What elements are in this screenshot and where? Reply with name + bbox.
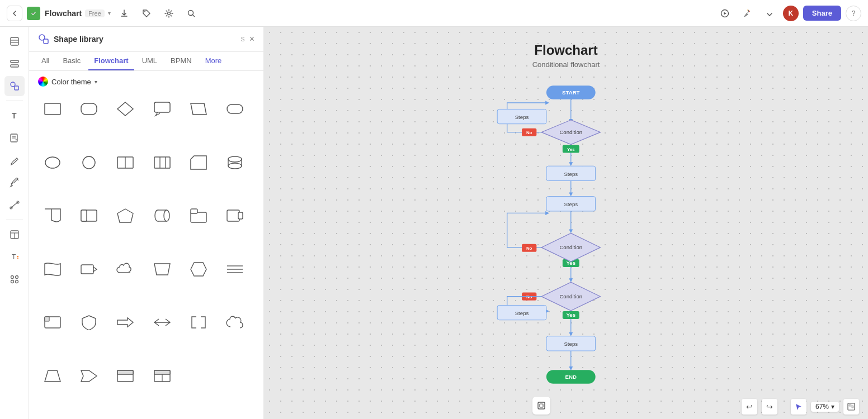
tab-more[interactable]: More xyxy=(200,52,228,70)
shape-grid xyxy=(29,92,263,419)
color-theme-label: Color theme xyxy=(51,78,91,86)
tab-bpmn[interactable]: BPMN xyxy=(165,52,197,70)
undo-button[interactable]: ↩ xyxy=(742,399,757,415)
shape-table-header[interactable] xyxy=(111,364,140,388)
svg-rect-35 xyxy=(154,102,170,112)
table-icon[interactable] xyxy=(4,225,25,245)
shape-table2[interactable] xyxy=(148,364,177,388)
celebrate-button[interactable] xyxy=(738,4,756,22)
component-icon[interactable] xyxy=(4,269,25,289)
svg-marker-52 xyxy=(117,209,133,222)
app-logo xyxy=(27,7,40,20)
user-avatar[interactable]: K xyxy=(783,6,799,21)
redo-button[interactable]: ↪ xyxy=(762,399,777,415)
shape-bracket[interactable] xyxy=(184,310,213,335)
svg-rect-128 xyxy=(852,406,853,408)
svg-marker-63 xyxy=(154,264,170,275)
svg-point-5 xyxy=(749,11,750,12)
shape-rect-tab[interactable] xyxy=(184,203,213,228)
tag-button[interactable] xyxy=(138,4,155,22)
svg-marker-71 xyxy=(81,370,97,382)
svg-rect-58 xyxy=(191,212,206,222)
shape-cloud[interactable] xyxy=(111,257,140,282)
back-button[interactable] xyxy=(7,6,22,21)
shape-rect-right-tab[interactable] xyxy=(220,203,249,228)
connector-icon[interactable] xyxy=(4,195,25,215)
layers-icon[interactable] xyxy=(4,54,25,74)
shape-callout[interactable] xyxy=(148,97,177,121)
shape-rect-corner[interactable] xyxy=(38,310,67,335)
shape-pentagon[interactable] xyxy=(111,203,140,228)
shape-cloud2[interactable] xyxy=(220,310,249,335)
shape-shield[interactable] xyxy=(74,310,103,335)
shape-trapezoid[interactable] xyxy=(148,257,177,282)
pages-icon[interactable] xyxy=(4,31,25,51)
shape-arrow-double[interactable] xyxy=(148,310,177,335)
shape-notch-rect[interactable] xyxy=(74,364,103,388)
share-button[interactable]: Share xyxy=(803,6,841,21)
tab-basic[interactable]: Basic xyxy=(57,52,86,70)
svg-rect-127 xyxy=(849,404,851,406)
close-icon[interactable]: × xyxy=(249,34,254,44)
shapes-icon[interactable] xyxy=(4,76,25,96)
free-badge: Free xyxy=(85,9,105,17)
zoom-level: 67% xyxy=(815,403,829,411)
svg-point-6 xyxy=(747,9,748,11)
more-button[interactable] xyxy=(761,4,779,22)
shape-cylinder-h[interactable] xyxy=(148,203,177,228)
shape-parallelogram[interactable] xyxy=(184,97,213,121)
text-icon[interactable]: T xyxy=(4,106,25,126)
svg-rect-13 xyxy=(15,86,18,90)
shape-label-rect[interactable] xyxy=(74,257,103,282)
svg-text:Steps: Steps xyxy=(515,310,529,316)
svg-marker-34 xyxy=(117,102,133,116)
shape-trapezoid2[interactable] xyxy=(38,364,67,388)
search-button[interactable] xyxy=(182,4,200,22)
cursor-mode-button[interactable] xyxy=(791,399,806,415)
pen-icon[interactable] xyxy=(4,173,25,193)
tab-flowchart[interactable]: Flowchart xyxy=(88,52,134,70)
text3-icon[interactable]: T xyxy=(4,247,25,267)
tab-uml[interactable]: UML xyxy=(136,52,163,70)
shape-hexagon[interactable] xyxy=(184,257,213,282)
shape-ellipse[interactable] xyxy=(38,150,67,175)
svg-rect-60 xyxy=(227,210,239,221)
svg-marker-98 xyxy=(569,229,573,233)
svg-rect-129 xyxy=(538,402,545,409)
help-button[interactable]: ? xyxy=(846,6,861,21)
shape-arrow-right[interactable] xyxy=(111,310,140,335)
shape-diamond[interactable] xyxy=(111,97,140,121)
shape-rectangle[interactable] xyxy=(38,97,67,121)
svg-text:Condition: Condition xyxy=(559,293,582,299)
shape-rounded-rect[interactable] xyxy=(74,97,103,121)
canvas[interactable]: Flowchart Conditional flowchart Steps Ye… xyxy=(264,27,868,419)
shape-3col-rect[interactable] xyxy=(148,150,177,175)
shape-circle[interactable] xyxy=(74,150,103,175)
download-button[interactable] xyxy=(115,4,133,22)
shape-capsule[interactable] xyxy=(220,97,249,121)
shape-rect-rounded-left[interactable] xyxy=(74,203,103,228)
settings-button[interactable] xyxy=(160,4,178,22)
present-button[interactable] xyxy=(716,4,734,22)
shape-doc[interactable] xyxy=(38,203,67,228)
shape-split-rect[interactable] xyxy=(111,150,140,175)
draw-icon[interactable] xyxy=(4,150,25,170)
svg-text:No: No xyxy=(526,246,532,251)
tab-all[interactable]: All xyxy=(36,52,55,70)
shape-curved-rect[interactable] xyxy=(38,257,67,282)
svg-rect-59 xyxy=(191,209,197,213)
svg-text:Steps: Steps xyxy=(515,114,529,120)
color-theme-chevron-icon: ▾ xyxy=(95,79,97,85)
topbar: Flowchart Free ▾ xyxy=(0,0,868,27)
minimap-button[interactable] xyxy=(843,399,859,415)
frames-button[interactable] xyxy=(532,397,550,415)
svg-marker-106 xyxy=(569,278,573,282)
shape-rect-cut[interactable] xyxy=(184,150,213,175)
svg-rect-33 xyxy=(81,103,97,115)
svg-point-39 xyxy=(83,156,95,169)
shape-drum[interactable] xyxy=(220,150,249,175)
note-icon[interactable] xyxy=(4,128,25,148)
sidebar-icons: T xyxy=(0,27,29,419)
shape-lines[interactable] xyxy=(220,257,249,282)
zoom-control[interactable]: 67% ▾ xyxy=(811,402,839,412)
